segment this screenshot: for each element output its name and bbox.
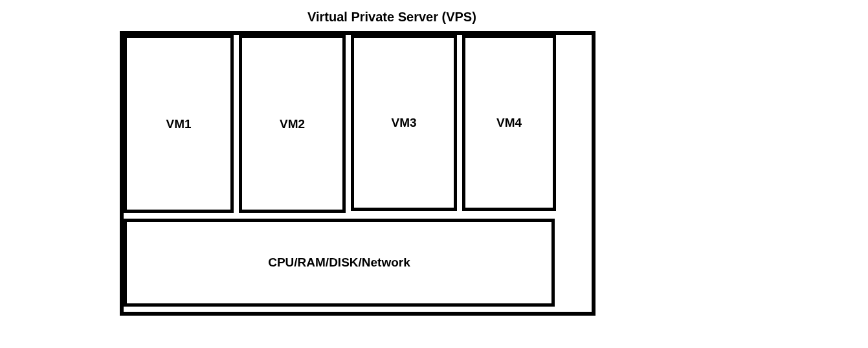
vm-box-1: VM1 — [124, 35, 234, 213]
vm-row: VM1 VM2 VM3 VM4 — [124, 35, 592, 213]
vm-label: VM2 — [280, 117, 305, 131]
diagram-title: Virtual Private Server (VPS) — [307, 10, 476, 25]
vm-label: VM4 — [496, 116, 522, 130]
vm-box-2: VM2 — [239, 35, 346, 213]
vm-box-4: VM4 — [462, 35, 556, 211]
server-container: VM1 VM2 VM3 VM4 CPU/RAM/DISK/Network — [120, 31, 595, 316]
vm-label: VM1 — [166, 117, 191, 131]
vm-box-3: VM3 — [351, 35, 457, 211]
resources-label: CPU/RAM/DISK/Network — [268, 256, 410, 270]
vm-label: VM3 — [391, 116, 416, 130]
resources-box: CPU/RAM/DISK/Network — [124, 219, 555, 307]
